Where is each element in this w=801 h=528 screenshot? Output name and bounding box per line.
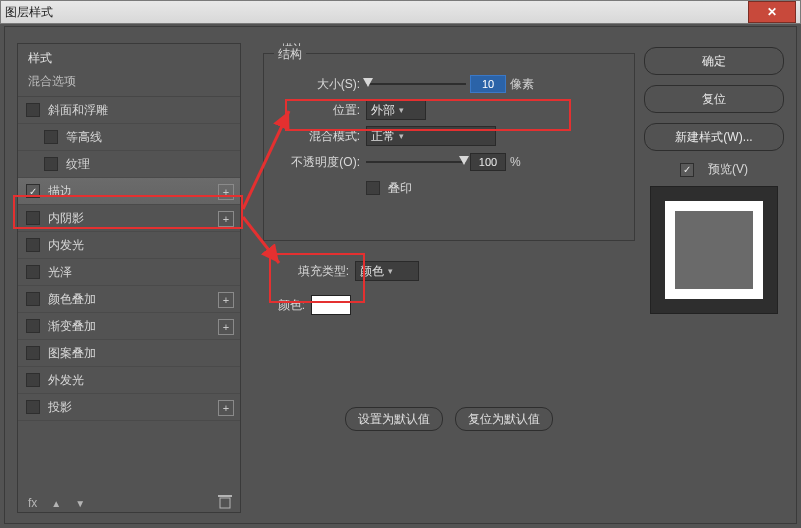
styles-head: 样式 xyxy=(18,44,240,73)
style-checkbox[interactable] xyxy=(26,346,40,360)
color-swatch[interactable] xyxy=(311,295,351,315)
style-checkbox[interactable] xyxy=(26,265,40,279)
right-panel: 确定 复位 新建样式(W)... ✓ 预览(V) xyxy=(644,47,784,314)
overprint-label: 叠印 xyxy=(388,180,412,197)
position-label: 位置: xyxy=(274,102,360,119)
reset-button[interactable]: 复位 xyxy=(644,85,784,113)
blendmode-label: 混合模式: xyxy=(274,128,360,145)
titlebar[interactable]: 图层样式 ✕ xyxy=(0,0,801,24)
svg-rect-0 xyxy=(220,498,230,508)
style-checkbox[interactable] xyxy=(26,373,40,387)
style-item-6[interactable]: 光泽 xyxy=(18,259,240,286)
color-label: 颜色: xyxy=(263,297,305,314)
styles-panel: 样式 混合选项 斜面和浮雕等高线纹理✓描边+内阴影+内发光光泽颜色叠加+渐变叠加… xyxy=(17,43,241,513)
position-dropdown[interactable]: 外部▾ xyxy=(366,100,426,120)
chevron-down-icon: ▾ xyxy=(399,105,404,115)
svg-rect-1 xyxy=(218,495,232,497)
add-effect-icon[interactable]: + xyxy=(218,184,234,200)
style-item-11[interactable]: 投影+ xyxy=(18,394,240,421)
trash-icon[interactable] xyxy=(218,494,232,510)
up-icon: ▲ xyxy=(51,498,61,509)
style-item-9[interactable]: 图案叠加 xyxy=(18,340,240,367)
new-style-button[interactable]: 新建样式(W)... xyxy=(644,123,784,151)
style-label: 图案叠加 xyxy=(48,345,96,362)
structure-caption: 结构 xyxy=(274,46,306,63)
style-label: 渐变叠加 xyxy=(48,318,96,335)
opacity-slider[interactable] xyxy=(366,155,466,169)
preview-checkbox[interactable]: ✓ xyxy=(680,163,694,177)
style-label: 纹理 xyxy=(66,156,90,173)
style-item-4[interactable]: 内阴影+ xyxy=(18,205,240,232)
size-label: 大小(S): xyxy=(274,76,360,93)
chevron-down-icon: ▾ xyxy=(388,266,393,276)
style-item-7[interactable]: 颜色叠加+ xyxy=(18,286,240,313)
add-effect-icon[interactable]: + xyxy=(218,211,234,227)
style-label: 颜色叠加 xyxy=(48,291,96,308)
preview-label: 预览(V) xyxy=(708,161,748,178)
style-item-3[interactable]: ✓描边+ xyxy=(18,178,240,205)
layer-style-dialog: 图层样式 ✕ 样式 混合选项 斜面和浮雕等高线纹理✓描边+内阴影+内发光光泽颜色… xyxy=(0,0,801,528)
fx-label[interactable]: fx ▲ ▼ xyxy=(28,496,85,510)
styles-list: 斜面和浮雕等高线纹理✓描边+内阴影+内发光光泽颜色叠加+渐变叠加+图案叠加外发光… xyxy=(18,97,240,421)
size-unit: 像素 xyxy=(510,76,534,93)
style-label: 外发光 xyxy=(48,372,84,389)
opacity-unit: % xyxy=(510,155,521,169)
add-effect-icon[interactable]: + xyxy=(218,292,234,308)
style-item-0[interactable]: 斜面和浮雕 xyxy=(18,97,240,124)
chevron-down-icon: ▾ xyxy=(399,131,404,141)
window-title: 图层样式 xyxy=(5,4,53,21)
preview-box xyxy=(650,186,778,314)
style-label: 描边 xyxy=(48,183,72,200)
reset-default-button[interactable]: 复位为默认值 xyxy=(455,407,553,431)
style-checkbox[interactable] xyxy=(26,292,40,306)
add-effect-icon[interactable]: + xyxy=(218,319,234,335)
style-checkbox[interactable] xyxy=(26,211,40,225)
style-label: 斜面和浮雕 xyxy=(48,102,108,119)
close-button[interactable]: ✕ xyxy=(748,1,796,23)
style-checkbox[interactable] xyxy=(44,157,58,171)
structure-group: 结构 大小(S): 10 像素 位置: 外部▾ 混合模式: xyxy=(263,53,635,241)
add-effect-icon[interactable]: + xyxy=(218,400,234,416)
style-label: 内发光 xyxy=(48,237,84,254)
style-checkbox[interactable] xyxy=(26,400,40,414)
style-item-10[interactable]: 外发光 xyxy=(18,367,240,394)
style-checkbox[interactable] xyxy=(44,130,58,144)
style-checkbox[interactable] xyxy=(26,238,40,252)
style-label: 投影 xyxy=(48,399,72,416)
size-slider[interactable] xyxy=(366,77,466,91)
style-checkbox[interactable] xyxy=(26,103,40,117)
size-input[interactable]: 10 xyxy=(470,75,506,93)
close-icon: ✕ xyxy=(767,5,777,19)
fill-group: 填充类型: 颜色▾ 颜色: xyxy=(263,259,635,317)
style-label: 等高线 xyxy=(66,129,102,146)
dialog-body: 样式 混合选项 斜面和浮雕等高线纹理✓描边+内阴影+内发光光泽颜色叠加+渐变叠加… xyxy=(4,26,797,524)
style-item-2[interactable]: 纹理 xyxy=(18,151,240,178)
style-checkbox[interactable]: ✓ xyxy=(26,184,40,198)
style-label: 光泽 xyxy=(48,264,72,281)
opacity-label: 不透明度(O): xyxy=(274,154,360,171)
style-label: 内阴影 xyxy=(48,210,84,227)
style-item-1[interactable]: 等高线 xyxy=(18,124,240,151)
style-checkbox[interactable] xyxy=(26,319,40,333)
blend-options[interactable]: 混合选项 xyxy=(18,73,240,97)
overprint-checkbox[interactable] xyxy=(366,181,380,195)
make-default-button[interactable]: 设置为默认值 xyxy=(345,407,443,431)
opacity-input[interactable]: 100 xyxy=(470,153,506,171)
filltype-label: 填充类型: xyxy=(263,263,349,280)
preview-shape xyxy=(665,201,763,299)
down-icon: ▼ xyxy=(75,498,85,509)
ok-button[interactable]: 确定 xyxy=(644,47,784,75)
style-item-8[interactable]: 渐变叠加+ xyxy=(18,313,240,340)
blendmode-dropdown[interactable]: 正常▾ xyxy=(366,126,496,146)
stroke-settings: 描边 结构 大小(S): 10 像素 位置: 外部▾ xyxy=(263,43,635,483)
style-item-5[interactable]: 内发光 xyxy=(18,232,240,259)
filltype-dropdown[interactable]: 颜色▾ xyxy=(355,261,419,281)
